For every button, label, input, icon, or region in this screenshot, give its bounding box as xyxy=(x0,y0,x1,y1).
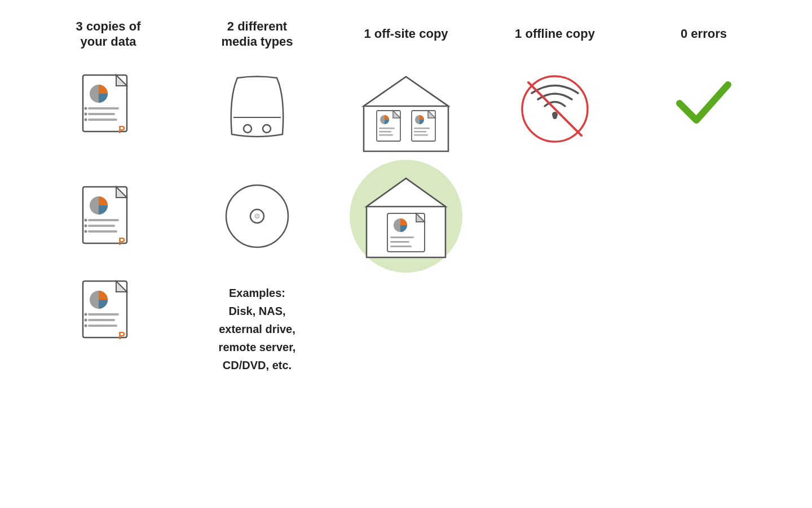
svg-point-42 xyxy=(255,214,259,218)
icon-col-copies: P xyxy=(34,72,183,154)
house-doc-icon xyxy=(364,173,448,260)
svg-rect-5 xyxy=(88,119,117,121)
svg-rect-24 xyxy=(414,128,430,129)
svg-rect-48 xyxy=(390,237,414,238)
icon-col-copies-2: P xyxy=(34,184,183,249)
house-two-docs-icon xyxy=(361,72,451,154)
col-offline: 1 offline copy xyxy=(480,17,629,61)
svg-point-28 xyxy=(552,112,558,117)
svg-rect-19 xyxy=(379,131,391,133)
svg-point-38 xyxy=(85,230,87,233)
svg-point-59 xyxy=(85,325,87,327)
col-copies-label: 3 copies of your data xyxy=(76,17,141,51)
cd-icon xyxy=(223,182,291,250)
no-wifi-icon xyxy=(518,72,592,146)
svg-rect-54 xyxy=(88,313,119,316)
document-icon-3: P xyxy=(80,278,136,343)
svg-point-57 xyxy=(85,313,87,316)
icons-row-2: P xyxy=(34,160,778,273)
icon-col-errors xyxy=(629,72,778,154)
icon-col-media-2 xyxy=(183,182,332,250)
svg-rect-55 xyxy=(88,319,115,321)
nas-icon xyxy=(223,72,291,151)
svg-point-8 xyxy=(85,119,87,121)
svg-text:P: P xyxy=(118,236,125,247)
svg-text:P: P xyxy=(118,330,125,341)
svg-text:P: P xyxy=(118,124,125,135)
header-row: 3 copies of your data 2 different media … xyxy=(34,17,778,61)
col-errors: 0 errors xyxy=(629,17,778,61)
svg-rect-50 xyxy=(390,246,412,247)
icon-col-offsite xyxy=(332,72,480,154)
svg-point-37 xyxy=(85,224,87,227)
svg-rect-26 xyxy=(414,134,428,136)
document-icon-1: P xyxy=(80,72,136,137)
icon-col-copies-3: P xyxy=(34,278,183,343)
col-media-label: 2 different media types xyxy=(221,17,293,51)
svg-rect-49 xyxy=(390,241,409,243)
icons-row-1: P xyxy=(34,72,778,154)
svg-rect-4 xyxy=(88,113,115,115)
icon-col-offline xyxy=(480,72,629,154)
svg-marker-14 xyxy=(364,77,448,106)
examples-items: Disk, NAS, external drive, remote server… xyxy=(219,305,296,371)
svg-rect-20 xyxy=(379,134,393,136)
icon-col-media-3: Examples: Disk, NAS, external drive, rem… xyxy=(183,278,332,374)
svg-point-7 xyxy=(85,113,87,116)
checkmark-icon xyxy=(673,72,735,134)
icon-col-offsite-2 xyxy=(332,160,480,273)
page-container: 3 copies of your data 2 different media … xyxy=(0,0,812,508)
svg-rect-3 xyxy=(88,107,119,110)
svg-rect-34 xyxy=(88,225,115,227)
svg-rect-35 xyxy=(88,230,117,233)
examples-text: Examples: Disk, NAS, external drive, rem… xyxy=(219,284,296,374)
icon-col-media xyxy=(183,72,332,154)
highlighted-house-container xyxy=(350,160,462,273)
svg-rect-33 xyxy=(88,219,119,221)
svg-marker-44 xyxy=(367,178,445,207)
col-offline-label: 1 offline copy xyxy=(515,17,595,51)
svg-rect-18 xyxy=(379,128,395,129)
examples-header: Examples: xyxy=(229,287,285,299)
col-errors-label: 0 errors xyxy=(681,17,727,51)
svg-rect-56 xyxy=(88,325,117,327)
svg-point-58 xyxy=(85,319,87,322)
col-offsite-label: 1 off-site copy xyxy=(364,17,448,51)
col-media: 2 different media types xyxy=(183,17,332,61)
document-icon-2: P xyxy=(80,184,136,249)
svg-rect-25 xyxy=(414,131,426,133)
col-offsite: 1 off-site copy xyxy=(332,17,480,61)
svg-point-36 xyxy=(85,218,87,221)
col-copies: 3 copies of your data xyxy=(34,17,183,61)
svg-point-6 xyxy=(85,107,87,110)
icons-row-3: P Examples: Disk, NAS, external drive, r… xyxy=(34,278,778,374)
